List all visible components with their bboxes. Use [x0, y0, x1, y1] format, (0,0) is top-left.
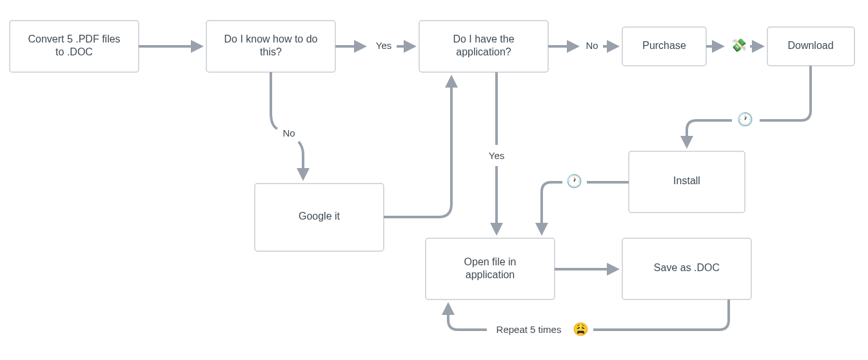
node-install-label: Install — [673, 175, 700, 186]
edge-install-to-open-b — [542, 182, 562, 233]
node-have-label-2: application? — [456, 46, 511, 57]
edge-download-to-install-b — [687, 120, 732, 146]
edge-download-to-install-a — [760, 66, 811, 120]
node-save-label: Save as .DOC — [654, 262, 720, 273]
edge-know-to-google-a — [271, 72, 277, 129]
node-download: Download — [767, 27, 854, 66]
edge-repeat-label: Repeat 5 times — [497, 324, 562, 335]
node-install: Install — [629, 151, 745, 213]
node-purchase: Purchase — [622, 27, 706, 66]
node-have-label-1: Do I have the — [453, 33, 514, 44]
edge-know-to-google-b — [299, 142, 303, 178]
money-icon: 💸 — [731, 37, 747, 53]
node-know: Do I know how to do this? — [206, 21, 335, 72]
node-save: Save as .DOC — [622, 238, 751, 299]
edge-know-yes-label: Yes — [376, 40, 391, 51]
node-purchase-label: Purchase — [642, 40, 686, 51]
node-open-label-1: Open file in — [464, 256, 517, 267]
node-google: Google it — [255, 184, 384, 251]
edge-have-yes-label: Yes — [489, 150, 504, 161]
flow-diagram: Convert 5 .PDF files to .DOC Do I know h… — [0, 0, 868, 360]
node-convert-label-2: to .DOC — [55, 46, 93, 57]
node-open: Open file in application — [426, 238, 555, 299]
clock2-icon: 🕐 — [566, 173, 582, 189]
edge-save-to-open-b — [448, 305, 487, 330]
node-download-label: Download — [787, 40, 833, 51]
node-convert-label-1: Convert 5 .PDF files — [28, 33, 120, 44]
node-google-label: Google it — [299, 211, 340, 222]
tired-icon: 😩 — [573, 321, 589, 337]
node-know-label-2: this? — [260, 46, 282, 57]
node-open-label-2: application — [466, 269, 515, 280]
edge-know-no-label: No — [282, 128, 295, 138]
edge-have-no-label: No — [586, 40, 598, 51]
node-know-label-1: Do I know how to do — [224, 33, 318, 44]
clock1-icon: 🕐 — [737, 111, 753, 127]
edge-save-to-open-a — [593, 299, 729, 330]
node-convert: Convert 5 .PDF files to .DOC — [10, 21, 139, 72]
edge-google-to-have — [384, 77, 451, 217]
node-have: Do I have the application? — [419, 21, 548, 72]
